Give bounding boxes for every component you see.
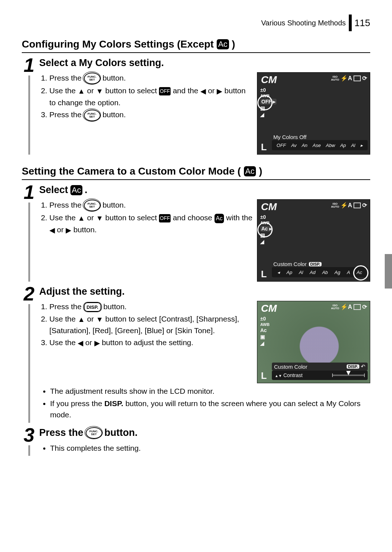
down-arrow-icon: ▼: [96, 87, 103, 95]
return-icon: ↶: [361, 363, 366, 370]
step-block-s2-3: 3 Press the FUNC.SET button. This comple…: [22, 425, 370, 456]
flash-auto-icon: ⚡A: [340, 75, 352, 82]
instruction-list: Press the FUNC.SET button. Use the ▲ or …: [39, 72, 253, 155]
step-number: 3: [22, 425, 36, 445]
right-arrow-icon: ▶: [66, 226, 71, 234]
down-arrow-icon: ▼: [96, 214, 103, 222]
instruction-list: Press the DISP. button. Use the ▲ or ▼ b…: [39, 301, 253, 383]
up-arrow-icon: ▲: [78, 87, 85, 95]
up-arrow-icon: ▲: [78, 315, 85, 323]
step-title: Select Ac .: [39, 184, 370, 196]
rotate-icon: ⟳: [362, 202, 367, 209]
flash-auto-icon: ⚡A: [340, 202, 352, 209]
page-thumb-tab: [385, 254, 392, 289]
aspect-icon: [354, 75, 361, 81]
section-heading-custom-color: Setting the Camera to a Custom Color Mod…: [22, 165, 370, 180]
metering-icon: ▣: [260, 334, 265, 340]
page-number: 115: [355, 17, 370, 29]
aspect-icon: [354, 304, 361, 310]
func-set-button-icon: FUNC.SET: [84, 110, 101, 121]
highlight-circle-icon: [353, 265, 368, 281]
left-arrow-icon: ◀: [49, 226, 55, 234]
instruction-bullets: This completes the setting.: [39, 442, 370, 454]
lcd-screenshot-mycolors-off: CM ISOAUTO ⚡A ⟳ ±0 AWB OFF ▸ ▤ ◢ L: [257, 72, 370, 155]
right-arrow-icon: ▶: [217, 87, 222, 95]
left-arrow-icon: ◀: [78, 339, 83, 347]
step-title: Adjust the setting.: [39, 286, 370, 297]
step-number: 1: [22, 55, 36, 75]
disp-badge: DISP.: [309, 262, 322, 266]
custom-color-icon: Ac: [215, 214, 224, 223]
rotate-icon: ⟳: [362, 75, 367, 82]
breadcrumb: Various Shooting Methods: [261, 19, 346, 27]
highlight-circle-icon: [257, 222, 273, 237]
instruction-list: Press the FUNC.SET button. Use the ▲ or …: [39, 199, 253, 282]
off-icon: OFF: [159, 214, 171, 222]
step-title: Press the FUNC.SET button.: [39, 427, 370, 439]
left-arrow-icon: ◀: [200, 87, 206, 95]
right-arrow-icon: ▶: [94, 339, 100, 347]
step-number: 1: [22, 182, 36, 202]
instruction-bullets: The adjustment results show in the LCD m…: [39, 385, 370, 421]
sound-icon: ◢: [260, 112, 264, 118]
custom-color-icon: Ac: [217, 39, 229, 49]
lcd-screenshot-custom-color-select: CM ISOAUTO ⚡A ⟳ ±0 AWB Ac ▸ ▤ ◢ L: [257, 199, 370, 282]
disp-button-icon: DISP.: [84, 302, 101, 312]
header-divider: [349, 15, 352, 31]
func-set-button-icon: FUNC.SET: [84, 73, 101, 84]
flash-auto-icon: ⚡A: [340, 303, 352, 310]
step-block-s2-2: 2 Adjust the setting. Press the DISP. bu…: [22, 284, 370, 423]
aspect-icon: [354, 203, 361, 208]
section-heading-configuring: Configuring My Colors Settings (Except A…: [22, 38, 370, 53]
rotate-icon: ⟳: [362, 303, 367, 310]
up-arrow-icon: ▲: [78, 214, 85, 222]
down-arrow-icon: ▼: [96, 315, 103, 323]
step-block-s2-1: 1 Select Ac . Press the FUNC.SET button.: [22, 182, 370, 282]
step-number: 2: [22, 284, 36, 303]
page-header: Various Shooting Methods 115: [22, 15, 370, 31]
sound-icon: ◢: [260, 340, 264, 346]
custom-color-icon: Ac: [244, 166, 256, 176]
off-icon: OFF: [159, 87, 171, 95]
contrast-slider: [332, 375, 365, 376]
step-title: Select a My Colors setting.: [39, 57, 370, 69]
func-set-button-icon: FUNC.SET: [86, 427, 102, 439]
lcd-screenshot-custom-color-adjust: CM ISOAUTO ⚡A ⟳ ±0 AWB Ac ▣ ◢ L C: [257, 301, 370, 383]
step-block-s1-1: 1 Select a My Colors setting. Press the …: [22, 55, 370, 155]
sound-icon: ◢: [260, 239, 264, 245]
disp-badge: DISP.: [347, 364, 359, 369]
custom-color-icon: Ac: [70, 185, 83, 195]
func-set-button-icon: FUNC.SET: [84, 200, 101, 211]
highlight-circle-icon: [257, 95, 273, 110]
